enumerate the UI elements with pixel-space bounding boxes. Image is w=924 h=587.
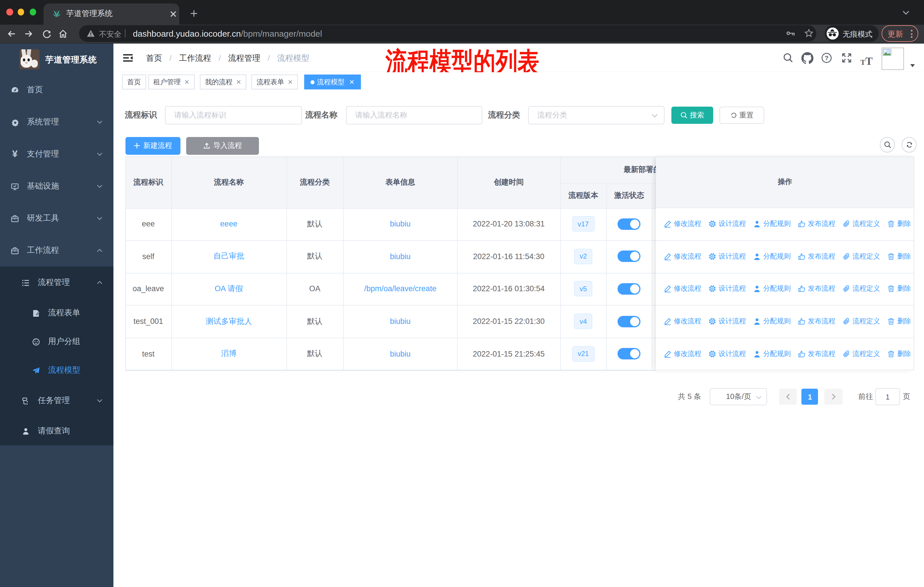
svg-text:?: ? bbox=[825, 55, 828, 62]
